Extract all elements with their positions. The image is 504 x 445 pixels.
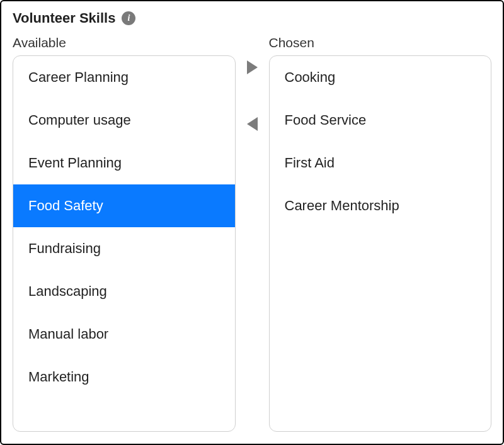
transfer-controls	[236, 35, 269, 131]
list-item[interactable]: Marketing	[13, 356, 235, 398]
list-item[interactable]: Food Service	[270, 99, 491, 142]
list-item[interactable]: Career Mentorship	[270, 184, 491, 227]
chosen-column: Chosen CookingFood ServiceFirst AidCaree…	[269, 35, 492, 432]
list-item[interactable]: Food Safety	[13, 184, 235, 227]
list-item[interactable]: Cooking	[270, 56, 491, 99]
list-item[interactable]: Computer usage	[13, 99, 235, 142]
move-left-button[interactable]	[247, 117, 258, 131]
list-item[interactable]: Event Planning	[13, 142, 235, 184]
list-item[interactable]: Manual labor	[13, 313, 235, 356]
available-label: Available	[13, 35, 236, 50]
info-icon[interactable]: i	[122, 11, 135, 25]
list-item[interactable]: First Aid	[270, 142, 491, 184]
chosen-label: Chosen	[269, 35, 492, 50]
dual-listbox: Available Career PlanningComputer usageE…	[13, 35, 491, 432]
panel-title: Volunteer Skills	[13, 10, 115, 26]
available-listbox[interactable]: Career PlanningComputer usageEvent Plann…	[13, 55, 236, 432]
chosen-listbox[interactable]: CookingFood ServiceFirst AidCareer Mento…	[269, 55, 492, 432]
available-column: Available Career PlanningComputer usageE…	[13, 35, 236, 432]
move-right-button[interactable]	[247, 60, 258, 74]
list-item[interactable]: Career Planning	[13, 56, 235, 99]
list-item[interactable]: Fundraising	[13, 227, 235, 270]
list-item[interactable]: Landscaping	[13, 270, 235, 313]
panel-header: Volunteer Skills i	[13, 10, 491, 26]
volunteer-skills-panel: Volunteer Skills i Available Career Plan…	[0, 0, 504, 445]
